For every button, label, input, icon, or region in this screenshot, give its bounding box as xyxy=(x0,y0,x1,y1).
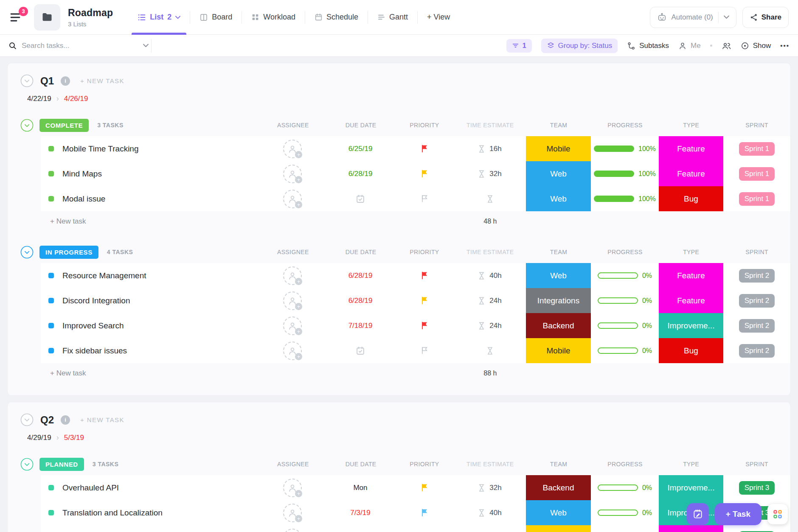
priority-flag-icon[interactable] xyxy=(420,194,428,203)
column-header-time-estimate[interactable]: TIME ESTIMATE xyxy=(454,122,526,129)
column-header-team[interactable]: TEAM xyxy=(526,122,591,129)
priority-flag-icon[interactable] xyxy=(420,483,428,492)
team-cell[interactable]: Integrations xyxy=(526,288,591,313)
collapse-section-button[interactable] xyxy=(20,74,34,87)
priority-flag-icon[interactable] xyxy=(420,144,428,153)
column-header-assignee[interactable]: ASSIGNEE xyxy=(259,122,327,129)
collapse-group-button[interactable] xyxy=(20,246,34,259)
time-estimate-cell[interactable]: 16h xyxy=(454,136,526,161)
sprint-badge[interactable]: Sprint 1 xyxy=(739,167,775,181)
table-row[interactable]: Resource Management 6/28/19 40h Web 0% F… xyxy=(41,263,790,288)
team-cell[interactable]: Backend xyxy=(526,475,591,500)
me-filter-button[interactable]: Me xyxy=(678,42,701,50)
chevron-down-icon[interactable] xyxy=(724,15,729,19)
task-status-dot[interactable] xyxy=(48,485,54,490)
team-cell[interactable]: Backend xyxy=(526,313,591,338)
set-due-date-icon[interactable] xyxy=(356,346,365,356)
column-header-assignee[interactable]: ASSIGNEE xyxy=(259,461,327,468)
table-row[interactable]: Translation and Localization 7/3/19 40h … xyxy=(41,500,790,525)
table-row[interactable]: Discord Integration 6/28/19 24h Integrat… xyxy=(41,288,790,313)
team-cell[interactable]: Mobile xyxy=(526,525,591,532)
sprint-badge[interactable]: Sprint 2 xyxy=(739,269,775,283)
tab-gantt[interactable]: Gantt xyxy=(370,0,416,34)
more-options-button[interactable]: ••• xyxy=(780,42,790,49)
team-cell[interactable]: Web xyxy=(526,161,591,186)
column-header-progress[interactable]: PROGRESS xyxy=(591,461,659,468)
search-input[interactable] xyxy=(22,42,138,50)
column-header-priority[interactable]: PRIORITY xyxy=(395,249,454,255)
time-estimate-cell[interactable]: 32h xyxy=(454,475,526,500)
priority-flag-icon[interactable] xyxy=(420,321,428,330)
task-name[interactable]: Improved Search xyxy=(62,321,124,330)
priority-flag-icon[interactable] xyxy=(420,271,428,280)
task-status-dot[interactable] xyxy=(48,510,54,515)
time-estimate-cell[interactable]: 24h xyxy=(454,313,526,338)
due-date[interactable]: Mon xyxy=(353,484,367,492)
type-cell[interactable]: Feature xyxy=(659,525,723,532)
column-header-progress[interactable]: PROGRESS xyxy=(591,249,659,255)
table-row[interactable]: Fix sidebar issues Mobile 0% Bug Sprint … xyxy=(41,338,790,363)
team-cell[interactable]: Mobile xyxy=(526,136,591,161)
team-cell[interactable]: Web xyxy=(526,263,591,288)
notification-badge[interactable]: 3 xyxy=(19,7,28,16)
subtasks-button[interactable]: Subtasks xyxy=(627,42,669,50)
add-assignee-button[interactable] xyxy=(283,479,302,497)
table-row[interactable]: Mind Maps 6/28/19 32h Web 100% Feature S… xyxy=(41,161,790,186)
sprint-badge[interactable]: Sprint 2 xyxy=(739,344,775,358)
show-button[interactable]: Show xyxy=(741,42,771,50)
task-name[interactable]: Resource Management xyxy=(62,271,146,280)
add-assignee-button[interactable] xyxy=(283,342,302,360)
share-button[interactable]: Share xyxy=(742,7,789,28)
start-date[interactable]: 4/29/19 xyxy=(27,434,51,442)
column-header-sprint[interactable]: SPRINT xyxy=(723,122,790,129)
due-date[interactable]: 7/3/19 xyxy=(350,509,370,517)
column-header-due-date[interactable]: DUE DATE xyxy=(327,249,395,255)
column-header-type[interactable]: TYPE xyxy=(659,122,723,129)
tab-schedule[interactable]: Schedule xyxy=(307,0,366,34)
column-header-progress[interactable]: PROGRESS xyxy=(591,122,659,129)
task-status-dot[interactable] xyxy=(48,171,54,176)
add-assignee-button[interactable] xyxy=(283,316,302,335)
column-header-team[interactable]: TEAM xyxy=(526,461,591,468)
sprint-badge[interactable]: Sprint 1 xyxy=(739,142,775,156)
priority-flag-icon[interactable] xyxy=(420,508,428,517)
collapse-group-button[interactable] xyxy=(20,119,34,132)
add-assignee-button[interactable] xyxy=(283,266,302,285)
start-date[interactable]: 4/22/19 xyxy=(27,95,51,103)
task-name[interactable]: Discord Integration xyxy=(62,296,130,305)
assignees-button[interactable] xyxy=(722,42,731,50)
end-date[interactable]: 4/26/19 xyxy=(64,95,88,103)
type-cell[interactable]: Bug xyxy=(659,338,723,363)
status-badge[interactable]: IN PROGRESS xyxy=(39,246,98,259)
column-header-priority[interactable]: PRIORITY xyxy=(395,461,454,468)
priority-flag-icon[interactable] xyxy=(420,169,428,178)
type-cell[interactable]: Improveme... xyxy=(659,313,723,338)
table-row[interactable]: Mobile Time Tracking 6/25/19 16h Mobile … xyxy=(41,136,790,161)
section-new-task-button[interactable]: + NEW TASK xyxy=(80,416,124,423)
apps-grid-button[interactable] xyxy=(767,504,788,524)
column-header-due-date[interactable]: DUE DATE xyxy=(327,122,395,129)
end-date[interactable]: 5/3/19 xyxy=(64,434,84,442)
task-status-dot[interactable] xyxy=(48,348,54,353)
type-cell[interactable]: Improveme... xyxy=(659,475,723,500)
team-cell[interactable]: Mobile xyxy=(526,338,591,363)
task-status-dot[interactable] xyxy=(48,273,54,278)
main-menu-button[interactable]: 3 xyxy=(9,12,23,23)
column-header-type[interactable]: TYPE xyxy=(659,461,723,468)
type-cell[interactable]: Feature xyxy=(659,263,723,288)
type-cell[interactable]: Feature xyxy=(659,161,723,186)
automate-button[interactable]: Automate (0) xyxy=(650,7,736,28)
add-assignee-button[interactable] xyxy=(283,504,302,522)
time-estimate-cell[interactable]: 24h xyxy=(454,288,526,313)
chevron-down-icon[interactable] xyxy=(143,44,149,48)
collapse-group-button[interactable] xyxy=(20,458,34,471)
add-task-button[interactable]: + Task xyxy=(715,503,761,525)
tab-list[interactable]: List 2 xyxy=(130,0,188,34)
task-status-dot[interactable] xyxy=(48,196,54,202)
tab-board[interactable]: Board xyxy=(192,0,240,34)
priority-flag-icon[interactable] xyxy=(420,296,428,305)
table-row[interactable]: Mobile Inbox Jul 5 32h Mobile 0% Feature… xyxy=(41,525,790,532)
task-name[interactable]: Modal issue xyxy=(62,194,105,204)
task-status-dot[interactable] xyxy=(48,146,54,151)
time-estimate-cell[interactable] xyxy=(454,338,526,363)
